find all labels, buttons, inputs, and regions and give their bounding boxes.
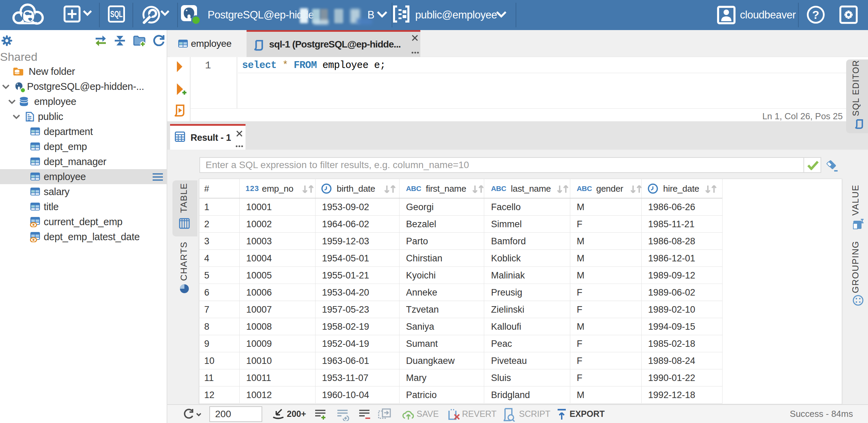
svg-text:SQL: SQL [110, 9, 123, 19]
svg-text:?: ? [812, 8, 820, 21]
